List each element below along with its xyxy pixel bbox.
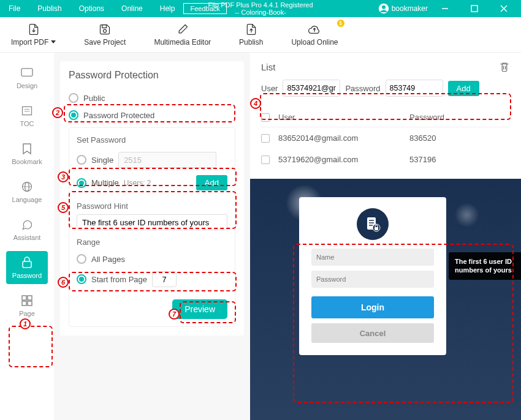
menu-help[interactable]: Help	[151, 4, 184, 13]
chat-icon	[20, 218, 34, 231]
option-multiple[interactable]: Multiple Users: 2 Add	[77, 171, 227, 194]
user-list-panel: List User Password Add User Password 836…	[250, 53, 521, 179]
list-row[interactable]: 83652014@gmail.com 836520	[261, 127, 510, 149]
new-user-input[interactable]	[283, 80, 340, 97]
svg-rect-8	[21, 69, 32, 77]
svg-rect-17	[28, 296, 32, 300]
marker-7: 7	[169, 309, 180, 320]
radio-all-pages[interactable]	[77, 254, 86, 264]
users-count: Users: 2	[124, 179, 151, 187]
maximize-button[interactable]	[462, 0, 487, 17]
sidebar-item-language[interactable]: Language	[6, 175, 48, 208]
window-title: Flip PDF Plus Pro 4.4.1 Registered -- Co…	[208, 1, 313, 16]
sidebar-item-assistant[interactable]: Assistant	[6, 213, 48, 246]
svg-rect-9	[23, 107, 32, 114]
col-header-password: Password	[409, 113, 510, 122]
option-public[interactable]: Public	[69, 89, 235, 107]
sidebar-item-password[interactable]: Password	[6, 251, 48, 284]
option-single[interactable]: Single	[77, 148, 227, 171]
edit-icon	[176, 23, 189, 36]
select-all-checkbox[interactable]	[261, 113, 270, 122]
list-row[interactable]: 53719620@gmail.com 537196	[261, 149, 510, 170]
right-panel: List User Password Add User Password 836…	[250, 53, 521, 420]
svg-rect-3	[471, 6, 477, 12]
option-password-protected[interactable]: Password Protected	[69, 107, 235, 124]
single-password-input	[118, 152, 216, 168]
left-sidebar: Design TOC Bookmark Language Assistant P…	[0, 53, 54, 420]
caret-down-icon	[51, 40, 56, 43]
radio-single[interactable]	[77, 155, 86, 165]
radio-public[interactable]	[69, 93, 78, 103]
range-label: Range	[77, 238, 227, 247]
radio-password-protected[interactable]	[69, 110, 78, 120]
menu-options[interactable]: Options	[70, 4, 113, 13]
radio-start-from-page[interactable]	[77, 274, 86, 284]
menu-bar: File Publish Options Online Help Feedbac…	[0, 0, 521, 17]
marker-5: 5	[58, 202, 69, 213]
add-password-label: Password	[345, 84, 380, 93]
col-header-user: User	[278, 113, 401, 122]
settings-title: Password Protection	[69, 70, 235, 81]
login-dialog: Login Cancel	[299, 197, 446, 355]
user-account[interactable]: bookmaker	[378, 3, 428, 14]
save-icon	[98, 23, 112, 36]
bookmark-icon	[20, 142, 34, 156]
preview-area: Login Cancel The first 6 user ID numbers…	[250, 179, 521, 420]
start-page-input[interactable]	[152, 271, 177, 287]
delete-button[interactable]	[499, 61, 510, 72]
row-checkbox[interactable]	[261, 156, 270, 164]
menu-file[interactable]: File	[0, 4, 29, 13]
marker-2: 2	[52, 107, 63, 118]
login-name-input[interactable]	[311, 249, 434, 266]
minimize-button[interactable]	[433, 0, 457, 17]
marker-4: 4	[250, 98, 261, 109]
multimedia-editor-button[interactable]: Multimedia Editor	[149, 21, 216, 49]
svg-rect-15	[23, 261, 31, 268]
svg-rect-16	[22, 296, 26, 300]
svg-point-1	[382, 6, 386, 9]
login-button[interactable]: Login	[311, 296, 434, 318]
sidebar-item-page[interactable]: Page	[6, 289, 48, 322]
add-user-button[interactable]: Add	[196, 175, 227, 190]
marker-1: 1	[20, 318, 31, 329]
svg-point-7	[104, 29, 107, 32]
save-project-button[interactable]: Save Project	[79, 21, 131, 49]
svg-rect-27	[375, 227, 378, 230]
row-checkbox[interactable]	[261, 134, 270, 143]
settings-panel: Password Protection Public Password Prot…	[54, 53, 250, 420]
preview-button[interactable]: Preview	[172, 299, 227, 319]
marker-3: 3	[58, 171, 69, 182]
menu-publish[interactable]: Publish	[29, 4, 70, 13]
import-pdf-button[interactable]: Import PDF	[6, 21, 61, 49]
set-password-label: Set Password	[77, 135, 227, 144]
list-add-button[interactable]: Add	[448, 81, 479, 96]
cancel-button[interactable]: Cancel	[311, 323, 434, 343]
upload-online-button[interactable]: $ Upload Online	[286, 21, 343, 49]
trash-icon	[499, 61, 510, 72]
hint-tooltip: The first 6 user ID numbers of yours	[449, 252, 521, 280]
menu-online[interactable]: Online	[113, 4, 151, 13]
import-icon	[27, 23, 40, 36]
new-password-input[interactable]	[386, 80, 443, 97]
sidebar-item-design[interactable]: Design	[6, 61, 48, 94]
radio-multiple[interactable]	[77, 178, 86, 188]
svg-rect-18	[22, 301, 26, 306]
option-all-pages[interactable]: All Pages	[77, 250, 227, 268]
hint-input[interactable]	[77, 214, 227, 230]
svg-rect-6	[102, 24, 107, 28]
option-start-from-page[interactable]: Start from Page	[77, 268, 227, 291]
close-button[interactable]	[492, 0, 516, 17]
marker-6: 6	[58, 277, 69, 288]
dollar-badge-icon: $	[337, 20, 344, 27]
toolbar: Import PDF Save Project Multimedia Edito…	[0, 17, 521, 53]
login-password-input[interactable]	[311, 271, 434, 288]
document-lock-icon	[357, 208, 389, 240]
svg-rect-19	[28, 301, 32, 306]
add-user-label: User	[261, 84, 278, 93]
toc-icon	[20, 104, 34, 118]
lock-icon	[20, 256, 34, 269]
sidebar-item-toc[interactable]: TOC	[6, 99, 48, 132]
publish-button[interactable]: Publish	[234, 21, 268, 49]
sidebar-item-bookmark[interactable]: Bookmark	[6, 137, 48, 170]
monitor-icon	[20, 66, 34, 80]
